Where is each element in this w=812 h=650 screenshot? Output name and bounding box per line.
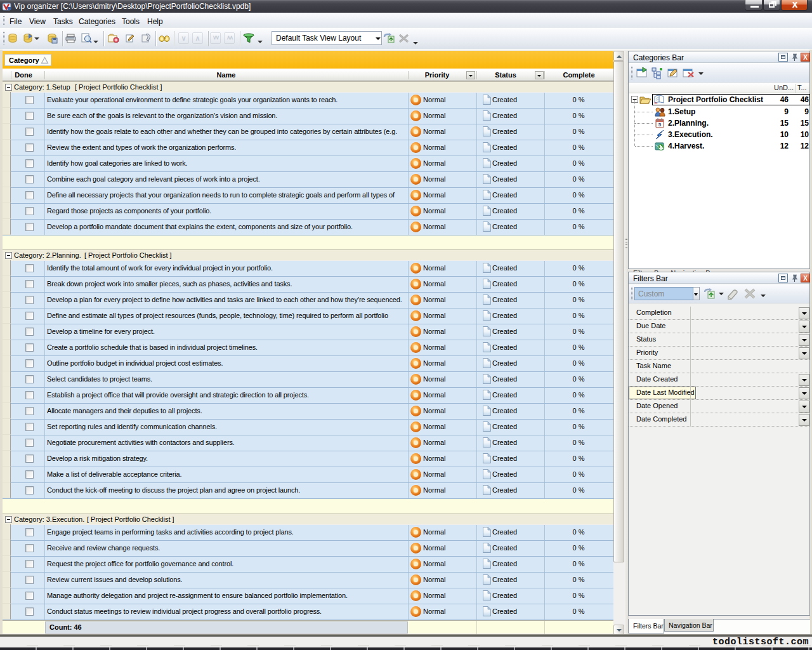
svg-text:5: 5 xyxy=(658,122,662,128)
